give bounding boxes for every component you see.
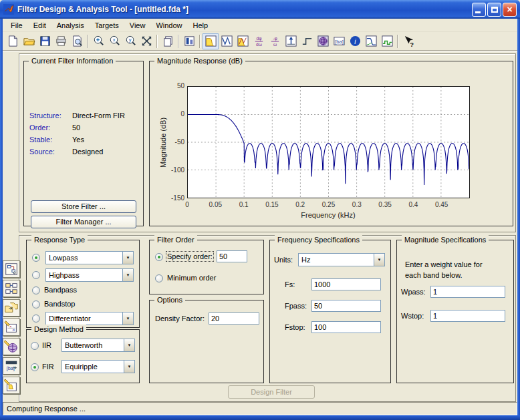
chevron-down-icon[interactable]: ▼ — [122, 269, 133, 281]
print-icon[interactable] — [53, 33, 69, 49]
fs-input[interactable] — [311, 278, 381, 290]
bandstop-radio[interactable] — [32, 300, 40, 308]
specify-order-radio[interactable] — [155, 253, 163, 261]
menu-edit[interactable]: Edit — [28, 20, 51, 31]
phase-delay-icon[interactable]: -φω — [267, 33, 283, 49]
differentiator-radio[interactable] — [32, 314, 40, 323]
chevron-down-icon[interactable]: ▼ — [124, 361, 134, 373]
weight-note-line2: each band below. — [405, 271, 463, 279]
new-file-icon[interactable] — [5, 33, 21, 49]
quantization-icon[interactable] — [3, 338, 20, 355]
iir-method-combobox[interactable]: Butterworth ▼ — [61, 339, 135, 352]
filter-order-title: Filter Order — [154, 235, 197, 244]
response-type-group: Response Type Lowpass ▼ Highpass ▼ Bandp… — [26, 240, 140, 328]
maximize-button[interactable] — [487, 3, 501, 17]
plot-xlabel: Frequency (kHz) — [275, 211, 382, 219]
frequency-specs-title: Frequency Specifications — [275, 235, 362, 244]
pole-zero-icon[interactable] — [315, 33, 331, 49]
coefficients-icon[interactable]: [ba] — [331, 33, 347, 49]
specify-order-input[interactable] — [217, 250, 247, 262]
fir-method-combobox[interactable]: Equiripple ▼ — [61, 360, 135, 373]
highpass-combobox[interactable]: Highpass ▼ — [45, 268, 134, 282]
wpass-input[interactable] — [430, 286, 505, 298]
status-text: Computing Response ... — [7, 405, 86, 413]
svg-text:?: ? — [410, 41, 414, 47]
open-file-icon[interactable] — [21, 33, 37, 49]
magnitude-specs-group: Magnitude Specifications Enter a weight … — [396, 240, 514, 383]
wpass-label: Wpass: — [401, 288, 426, 296]
phase-response-icon[interactable] — [219, 33, 235, 49]
title-bar[interactable]: Filter Design & Analysis Tool - [untitle… — [0, 0, 520, 19]
chevron-down-icon[interactable]: ▼ — [122, 252, 133, 264]
highpass-radio[interactable] — [32, 271, 40, 279]
menu-targets[interactable]: Targets — [90, 20, 124, 31]
filter-manager-icon[interactable] — [181, 33, 197, 49]
close-button[interactable]: × — [503, 3, 517, 17]
current-filter-info-group: Current Filter Information Structure: Di… — [23, 61, 144, 226]
impulse-response-icon[interactable] — [283, 33, 299, 49]
iir-radio[interactable] — [31, 342, 39, 350]
wstop-input[interactable] — [430, 310, 505, 322]
zoom-x-icon[interactable]: x — [106, 33, 122, 49]
x-tick-label: 0.1 — [232, 201, 256, 208]
realize-model-icon[interactable] — [3, 260, 20, 278]
zoom-in-icon[interactable] — [90, 33, 106, 49]
group-delay-icon[interactable]: dφdω — [251, 33, 267, 49]
design-filter-button[interactable]: Design Filter — [228, 385, 315, 399]
chevron-down-icon[interactable]: ▼ — [124, 339, 134, 351]
fpass-input[interactable] — [311, 300, 381, 312]
x-tick-label: 0.45 — [430, 201, 454, 208]
lowpass-combobox[interactable]: Lowpass ▼ — [45, 251, 134, 264]
menu-view[interactable]: View — [124, 20, 151, 31]
minimize-button[interactable] — [472, 3, 486, 17]
noise-response-icon[interactable] — [379, 33, 395, 49]
current-filter-info-title: Current Filter Information — [29, 56, 116, 65]
magnitude-response-icon[interactable] — [203, 33, 219, 49]
fir-radio[interactable] — [31, 363, 39, 371]
upper-panel: Current Filter Information Structure: Di… — [19, 53, 516, 232]
whats-this-icon[interactable]: ? — [400, 33, 416, 49]
minimize-icon — [475, 11, 481, 13]
density-factor-input[interactable] — [209, 312, 259, 325]
filter-info-icon[interactable]: i — [347, 33, 363, 49]
save-icon[interactable] — [37, 33, 53, 49]
toolbar-separator — [397, 35, 398, 48]
chevron-down-icon[interactable]: ▼ — [122, 312, 133, 325]
differentiator-combobox[interactable]: Differentiator ▼ — [45, 312, 134, 325]
filter-manager-button[interactable]: Filter Manager ... — [31, 216, 136, 228]
design-filter-panel-icon[interactable] — [3, 377, 20, 394]
options-group: Options Density Factor: — [149, 300, 264, 383]
print-to-figure-icon[interactable] — [160, 33, 176, 49]
bandpass-label: Bandpass — [44, 286, 77, 294]
units-combobox[interactable]: Hz ▼ — [298, 253, 385, 266]
transform-filter-icon[interactable] — [3, 280, 20, 297]
fstop-input[interactable] — [311, 321, 381, 333]
menu-help[interactable]: Help — [188, 20, 214, 31]
highpass-combobox-value: Highpass — [46, 269, 122, 281]
structure-row: Structure: Direct-Form FIR — [29, 112, 61, 120]
minimum-order-radio[interactable] — [155, 274, 163, 282]
step-response-icon[interactable] — [299, 33, 315, 49]
magnitude-estimate-icon[interactable] — [363, 33, 379, 49]
magnitude-specs-title: Magnitude Specifications — [402, 235, 489, 244]
pole-zero-editor-icon[interactable]: ×o — [3, 319, 20, 336]
import-filter-icon[interactable]: [ba] — [3, 357, 20, 375]
print-preview-icon[interactable] — [69, 33, 85, 49]
chevron-down-icon[interactable]: ▼ — [374, 254, 384, 266]
design-panel: Response Type Lowpass ▼ Highpass ▼ Bandp… — [19, 235, 516, 402]
menu-window[interactable]: Window — [150, 20, 187, 31]
design-method-title: Design Method — [31, 325, 86, 334]
multirate-filter-icon[interactable] — [3, 299, 20, 317]
iir-method-value: Butterworth — [62, 339, 124, 351]
magnitude-response-plot — [187, 86, 470, 198]
lowpass-radio[interactable] — [32, 254, 40, 262]
differentiator-combobox-value: Differentiator — [46, 312, 122, 325]
full-view-icon[interactable] — [138, 33, 154, 49]
store-filter-button[interactable]: Store Filter ... — [31, 200, 136, 213]
stable-row: Stable: Yes — [29, 136, 52, 144]
bandpass-radio[interactable] — [32, 286, 40, 294]
magnitude-phase-icon[interactable] — [235, 33, 251, 49]
menu-analysis[interactable]: Analysis — [51, 20, 90, 31]
zoom-y-icon[interactable]: y — [122, 33, 138, 49]
menu-file[interactable]: File — [5, 20, 28, 31]
